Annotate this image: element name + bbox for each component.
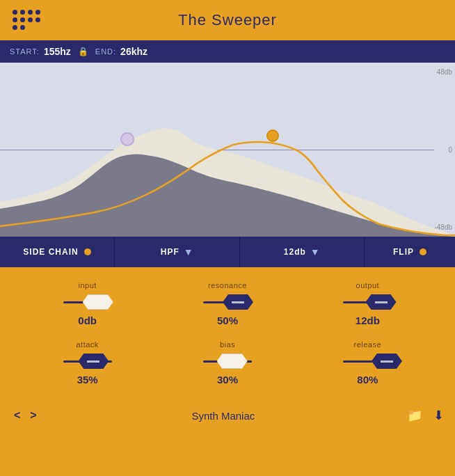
- folder-icon[interactable]: 📁: [407, 408, 422, 423]
- flip-section[interactable]: FLIP: [365, 237, 455, 267]
- preset-name: Synth Maniac: [40, 410, 407, 422]
- hpf-dropdown-arrow: ▼: [184, 246, 193, 257]
- footer-icons: 📁 ⬇: [407, 408, 444, 423]
- knob-value-attack: 35%: [77, 374, 98, 386]
- fader-thumb-resonance[interactable]: [223, 294, 253, 310]
- next-button[interactable]: >: [27, 408, 39, 423]
- knob-label-release: release: [354, 340, 382, 349]
- fader-resonance[interactable]: [203, 292, 252, 312]
- lock-icon[interactable]: 🔒: [78, 47, 88, 56]
- knobs-area: input0dbresonance50%output12dbattack35%b…: [0, 267, 455, 399]
- footer: < > Synth Maniac 📁 ⬇: [0, 399, 455, 431]
- fader-thumb-bias[interactable]: [217, 354, 248, 369]
- ctrl-point-right[interactable]: [266, 129, 279, 142]
- side-chain-indicator: [84, 248, 91, 255]
- spectrum-display[interactable]: 48db 0 -48db: [0, 63, 455, 237]
- fader-thumb-input[interactable]: [83, 294, 113, 310]
- db-section[interactable]: 12db ▼: [240, 237, 365, 267]
- knob-label-input: input: [78, 281, 96, 289]
- knob-label-bias: bias: [220, 340, 235, 349]
- freq-bar: START: 155hz 🔒 END: 26khz: [0, 40, 455, 63]
- app-title: The Sweeper: [178, 11, 277, 29]
- side-chain-section[interactable]: SIDE CHAIN: [0, 237, 115, 267]
- db-label: 12db: [284, 247, 306, 257]
- knob-label-resonance: resonance: [208, 281, 247, 289]
- start-label: START:: [10, 47, 40, 56]
- knob-item-input: input0db: [21, 281, 154, 326]
- fader-output[interactable]: [343, 292, 392, 312]
- hpf-label: HPF: [161, 247, 179, 257]
- fader-input[interactable]: [63, 292, 112, 312]
- end-label: END:: [95, 47, 116, 56]
- knob-label-attack: attack: [76, 340, 98, 349]
- start-value[interactable]: 155hz: [44, 46, 71, 57]
- knob-item-attack: attack35%: [21, 340, 154, 386]
- hpf-section[interactable]: HPF ▼: [115, 237, 240, 267]
- ctrl-point-left[interactable]: [120, 132, 134, 146]
- knob-item-resonance: resonance50%: [161, 281, 294, 326]
- fader-thumb-output[interactable]: [366, 294, 397, 310]
- control-bar: SIDE CHAIN HPF ▼ 12db ▼ FLIP: [0, 237, 455, 267]
- knob-value-bias: 30%: [217, 374, 238, 386]
- knob-label-output: output: [356, 281, 380, 289]
- db-dropdown-arrow: ▼: [310, 246, 320, 257]
- fader-thumb-attack[interactable]: [78, 354, 109, 369]
- footer-nav: < >: [11, 408, 40, 423]
- knob-value-output: 12db: [356, 315, 380, 326]
- fader-bias[interactable]: [203, 351, 252, 371]
- spectrum-svg: [0, 63, 455, 237]
- app-header: The Sweeper: [0, 0, 455, 40]
- flip-indicator: [420, 248, 426, 255]
- side-chain-label: SIDE CHAIN: [23, 247, 78, 257]
- end-value[interactable]: 26khz: [120, 46, 147, 57]
- knob-value-input: 0db: [78, 315, 97, 326]
- fader-attack[interactable]: [63, 351, 112, 371]
- logo-icon: [13, 10, 41, 31]
- knob-item-bias: bias30%: [161, 340, 294, 386]
- fader-release[interactable]: [343, 351, 392, 371]
- flip-label: FLIP: [393, 247, 414, 257]
- knob-value-resonance: 50%: [217, 315, 238, 326]
- prev-button[interactable]: <: [11, 408, 23, 423]
- fader-thumb-release[interactable]: [372, 354, 402, 369]
- knob-value-release: 80%: [357, 374, 378, 386]
- download-icon[interactable]: ⬇: [433, 408, 444, 423]
- knob-item-output: output12db: [301, 281, 434, 326]
- knob-item-release: release80%: [301, 340, 434, 386]
